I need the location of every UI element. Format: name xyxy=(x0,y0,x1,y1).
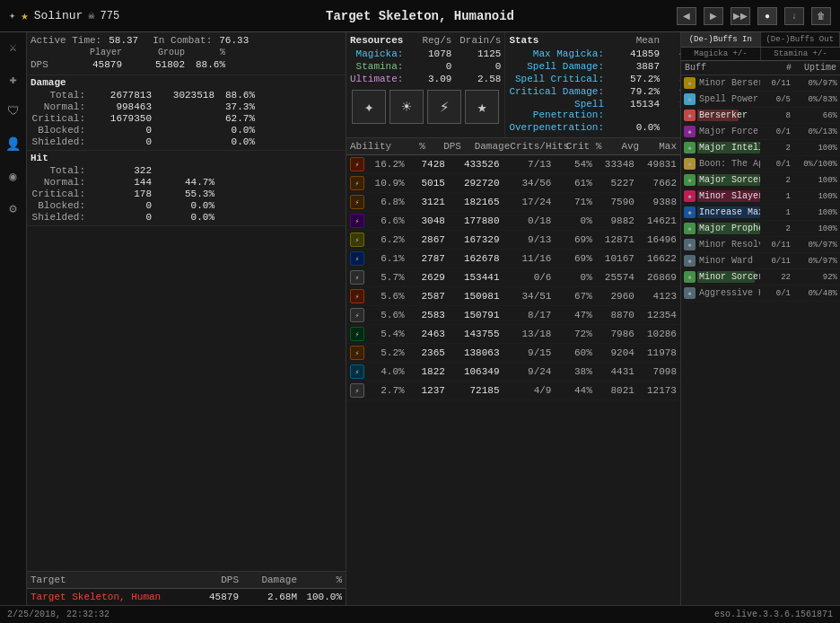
list-item[interactable]: ◆ Spell Power Cure 0/5 0%/83% xyxy=(681,92,840,108)
blocked-group xyxy=(152,125,214,136)
nav-fast-forward-button[interactable]: ▶▶ xyxy=(731,7,750,25)
delete-button[interactable]: 🗑 xyxy=(811,7,831,25)
shielded-label: Shielded: xyxy=(31,136,89,147)
ability-crits: 0/6 xyxy=(502,272,552,283)
ability-icon-ultimate[interactable]: ★ xyxy=(465,90,499,124)
stamina-drain: 0 xyxy=(451,61,501,72)
buff-uptime: 66% xyxy=(792,111,837,120)
buff-bar-container: Minor Ward xyxy=(697,255,760,267)
ultimate-reg: 3.09 xyxy=(407,74,451,84)
ability-crits: 17/24 xyxy=(502,197,552,207)
max-magicka-mean: 41859 xyxy=(608,48,660,59)
hit-total-label: Total: xyxy=(31,165,89,176)
table-row[interactable]: ⚡ Shooting Star 6.2% 2867 167329 9/13 69… xyxy=(346,231,680,250)
list-item[interactable]: ◆ Minor Sorcery 22 92% xyxy=(681,269,840,285)
list-item[interactable]: ◆ Major Sorcery 2 100% xyxy=(681,172,840,189)
sidebar-icon-gear[interactable]: ⚙ xyxy=(3,197,24,219)
table-row[interactable]: ⚡ Blockade of Fire 10.9% 5015 292720 34/… xyxy=(346,174,680,193)
table-row[interactable]: ⚡ Burning Light 5.2% 2365 138063 9/15 60… xyxy=(346,344,680,363)
sidebar-icon-person[interactable]: 👤 xyxy=(3,133,24,154)
ability-crits: 11/16 xyxy=(502,253,552,264)
buff-list: ◆ Minor Berserk 0/11 0%/97% ◆ Spell Powe… xyxy=(681,75,840,605)
download-button[interactable]: ↓ xyxy=(784,7,804,25)
ability-max: 16496 xyxy=(636,234,677,245)
list-item[interactable]: ◆ Major Force 0/1 0%/13% xyxy=(681,124,840,140)
list-item[interactable]: ◆ Minor Berserk 0/11 0%/97% xyxy=(681,75,840,92)
buff-bar-container: Minor Berserk xyxy=(697,77,760,89)
list-item[interactable]: ◆ Minor Ward 0/11 0%/97% xyxy=(681,253,840,269)
record-button[interactable]: ● xyxy=(757,7,777,25)
crits-col-header: Crits/Hits xyxy=(510,141,565,152)
player-rating: 775 xyxy=(101,10,120,22)
uptime-col-header: Uptime xyxy=(792,63,836,73)
ability-icon-3[interactable]: ⚡ xyxy=(427,90,461,124)
table-row[interactable]: ⚡ Purifying Light 5.7% 2629 153441 0/6 0… xyxy=(346,268,680,287)
in-combat-label: In Combat: xyxy=(153,35,212,46)
stamina-reg: 0 xyxy=(407,61,451,72)
active-time-section: Active Time: 58.37 In Combat: 76.33 Play… xyxy=(27,32,346,75)
ability-critpct: 69% xyxy=(553,234,591,245)
num-col-header: # xyxy=(765,63,792,73)
table-row[interactable]: Target Skeleton, Human 45879 2.68M 100.0… xyxy=(27,589,346,605)
table-row[interactable]: ⚡ Blazing Spear 5.6% 2587 150981 34/51 6… xyxy=(346,287,680,306)
buffs-col-headers: Buff # Uptime xyxy=(681,61,840,75)
table-row[interactable]: ⚡ Reflective Light* 4.0% 1822 106349 9/2… xyxy=(346,363,680,382)
ability-crits: 8/17 xyxy=(502,310,552,320)
list-item[interactable]: ◆ Aggressive Horn 0/1 0%/48% xyxy=(681,285,840,302)
ability-avg: 10167 xyxy=(594,253,634,264)
tab-stamina[interactable]: Stamina +/- xyxy=(761,48,840,60)
mean-col-label: Mean xyxy=(608,35,660,46)
list-item[interactable]: ◆ Berserker 8 66% xyxy=(681,108,840,124)
list-item[interactable]: ◆ Minor Resolve 0/11 0%/97% xyxy=(681,237,840,253)
table-row[interactable]: ⚡ Puncturing Sweep 6.8% 3121 182165 17/2… xyxy=(346,193,680,212)
blocked-player: 0 xyxy=(89,125,152,136)
ability-critpct: 60% xyxy=(553,347,591,358)
nav-prev-button[interactable]: ◀ xyxy=(677,7,696,25)
buff-num: 22 xyxy=(762,273,791,282)
list-item[interactable]: ◆ Increase Max Health & Ma 1 100% xyxy=(681,205,840,221)
table-row[interactable]: ⚡ Heavy Attack (Shock)* 6.1% 2787 162678… xyxy=(346,250,680,268)
sidebar-icon-shield[interactable]: 🛡 xyxy=(3,101,24,122)
buff-icon: ◆ xyxy=(684,142,696,154)
target-section: Target DPS Damage % Target Skeleton, Hum… xyxy=(27,571,346,605)
buff-bar-container: Major Sorcery xyxy=(697,174,760,186)
ability-pct: 5.7% xyxy=(368,272,405,283)
shielded-group xyxy=(152,136,214,147)
buff-name: Berserker xyxy=(699,110,760,121)
hit-blocked-label: Blocked: xyxy=(31,200,89,211)
table-row[interactable]: ⚡ Light Attack 5.6% 2583 150791 8/17 47%… xyxy=(346,306,680,325)
ability-icon-2[interactable]: ☀ xyxy=(389,90,424,124)
list-item[interactable]: ◆ Major Intellect 2 100% xyxy=(681,140,840,156)
table-row[interactable]: ⚡ Radiant Destruction 16.2% 7428 433526 … xyxy=(346,155,680,174)
list-item[interactable]: ◆ Boon: The Apprentice 0/1 0%/100% xyxy=(681,156,840,172)
hit-blocked-pct: 0.0% xyxy=(152,200,214,211)
tab-magicka[interactable]: Magicka +/- xyxy=(681,48,761,60)
sidebar-icon-eye[interactable]: ◉ xyxy=(3,165,24,187)
table-row[interactable]: ⚡ Light Attack 2.7% 1237 72185 4/9 44% 8… xyxy=(346,382,680,400)
ability-crits: 34/51 xyxy=(502,291,552,302)
ultimate-label: Ultimate: xyxy=(350,74,407,84)
table-row[interactable]: ⚡ Zaan* 6.6% 3048 177880 0/18 0% 9882 14… xyxy=(346,212,680,231)
nav-next-button[interactable]: ▶ xyxy=(704,7,723,25)
ability-max: 4123 xyxy=(636,291,677,302)
in-combat-value: 76.33 xyxy=(219,35,249,46)
ability-dps: 2629 xyxy=(407,272,445,283)
tab-debuffs-in[interactable]: (De-)Buffs In xyxy=(681,32,761,47)
sidebar-icon-cross[interactable]: ✚ xyxy=(3,68,24,90)
ability-pct: 4.0% xyxy=(368,366,405,377)
ability-critpct: 0% xyxy=(553,272,591,283)
buff-icon: ◆ xyxy=(684,77,696,89)
list-item[interactable]: ◆ Minor Slayer 1 100% xyxy=(681,189,840,205)
player-col-label: Player xyxy=(59,48,122,57)
ability-icon-1[interactable]: ✦ xyxy=(352,90,386,124)
buffs-tabs-row1: (De-)Buffs In (De-)Buffs Out xyxy=(681,32,840,48)
tab-debuffs-out[interactable]: (De-)Buffs Out xyxy=(761,32,841,47)
ability-crits: 4/9 xyxy=(502,385,552,396)
stats-title: Stats xyxy=(509,35,608,46)
list-item[interactable]: ◆ Major Prophecy 2 100% xyxy=(681,221,840,237)
hit-critical-pct: 55.3% xyxy=(152,189,214,199)
buff-name: Minor Ward xyxy=(699,255,760,267)
sidebar-icon-sword[interactable]: ⚔ xyxy=(3,36,24,57)
table-row[interactable]: ⚡ Charged Weapon 5.4% 2463 143755 13/18 … xyxy=(346,325,680,344)
skill-icon: ✦ xyxy=(9,9,15,22)
